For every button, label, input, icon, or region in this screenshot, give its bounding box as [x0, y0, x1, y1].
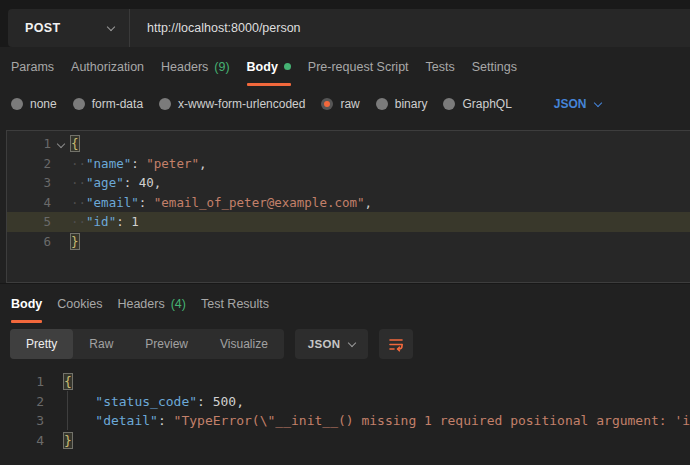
- response-tab-test-results[interactable]: Test Results: [201, 284, 269, 323]
- code-text[interactable]: {: [71, 134, 690, 154]
- body-mode-raw[interactable]: raw: [321, 97, 359, 111]
- token-punc: :: [139, 195, 154, 210]
- token-brace: }: [64, 433, 72, 448]
- code-text[interactable]: ··"email": "email_of_peter@example.com",: [71, 193, 690, 213]
- raw-language-select[interactable]: JSON: [554, 97, 601, 111]
- fold-chevron-icon[interactable]: [51, 134, 71, 154]
- response-tab-body[interactable]: Body: [11, 284, 42, 323]
- code-line[interactable]: 5··"id": 1: [7, 212, 690, 232]
- view-mode-switch: Pretty Raw Preview Visualize: [10, 329, 284, 359]
- body-mode-graphql[interactable]: GraphQL: [443, 97, 511, 111]
- token-brace: {: [64, 374, 72, 389]
- tab-label: Test Results: [201, 297, 269, 311]
- tab-authorization[interactable]: Authorization: [71, 47, 144, 86]
- url-input[interactable]: http://localhost:8000/person: [130, 9, 690, 47]
- tab-headers[interactable]: Headers(9): [161, 47, 230, 86]
- tab-label: Settings: [472, 60, 517, 74]
- code-text[interactable]: ··"age": 40,: [71, 173, 690, 193]
- radio-icon: [443, 98, 455, 110]
- line-number: 4: [0, 431, 44, 451]
- tab-pre-request-script[interactable]: Pre-request Script: [308, 47, 409, 86]
- radio-icon: [11, 98, 23, 110]
- tab-label: Body: [247, 60, 278, 74]
- code-line[interactable]: 6}: [7, 232, 690, 252]
- response-body-editor[interactable]: 1{2 "status_code": 500,3 "detail": "Type…: [0, 365, 690, 450]
- body-mode-form-data[interactable]: form-data: [73, 97, 143, 111]
- method-label: POST: [25, 21, 61, 35]
- token-punc: [64, 394, 95, 409]
- line-number: 3: [0, 411, 44, 431]
- token-punc: ,: [365, 195, 373, 210]
- request-url-row: POST http://localhost:8000/person: [0, 0, 690, 47]
- token-num: 1: [131, 214, 139, 229]
- request-tabs: Params Authorization Headers(9) Body Pre…: [0, 47, 690, 86]
- response-section: Body Cookies Headers(4) Test Results Pre…: [0, 283, 690, 450]
- code-line[interactable]: 2··"name": "peter",: [7, 154, 690, 174]
- token-str: "TypeError(\"__init__() missing 1 requir…: [174, 413, 690, 428]
- code-line[interactable]: 1{: [7, 134, 690, 154]
- radio-icon: [376, 98, 388, 110]
- response-language-select[interactable]: JSON: [295, 329, 369, 359]
- wrap-text-icon: [387, 335, 405, 354]
- code-text[interactable]: ··"name": "peter",: [71, 154, 690, 174]
- view-mode-pretty[interactable]: Pretty: [10, 329, 73, 359]
- wrap-text-button[interactable]: [379, 329, 413, 359]
- token-key: "name": [86, 156, 131, 171]
- token-num: 500: [213, 394, 236, 409]
- line-number: 2: [7, 154, 51, 174]
- code-line[interactable]: 3··"age": 40,: [7, 173, 690, 193]
- code-line[interactable]: 3 "detail": "TypeError(\"__init__() miss…: [0, 411, 690, 431]
- fold-gutter: [51, 212, 71, 232]
- method-dropdown[interactable]: POST: [8, 9, 129, 47]
- code-line[interactable]: 4}: [0, 431, 690, 451]
- view-mode-preview[interactable]: Preview: [129, 329, 204, 359]
- code-text[interactable]: }: [64, 431, 690, 451]
- tab-body[interactable]: Body: [247, 47, 291, 86]
- body-mode-none[interactable]: none: [11, 97, 57, 111]
- fold-gutter: [44, 411, 64, 431]
- fold-gutter: [51, 232, 71, 252]
- radio-selected-icon: [321, 98, 333, 110]
- code-text[interactable]: "status_code": 500,: [64, 392, 690, 412]
- tab-label: Tests: [426, 60, 455, 74]
- token-dots: ··: [71, 195, 86, 210]
- tab-settings[interactable]: Settings: [472, 47, 517, 86]
- token-brace: {: [71, 136, 79, 151]
- response-tab-headers[interactable]: Headers(4): [117, 284, 186, 323]
- token-str: "peter": [146, 156, 199, 171]
- code-line[interactable]: 4··"email": "email_of_peter@example.com"…: [7, 193, 690, 213]
- view-mode-visualize[interactable]: Visualize: [204, 329, 284, 359]
- unsaved-dot-icon: [284, 63, 291, 70]
- tab-tests[interactable]: Tests: [426, 47, 455, 86]
- token-punc: :: [158, 413, 174, 428]
- token-key: "status_code": [95, 394, 197, 409]
- body-mode-x-www-form-urlencoded[interactable]: x-www-form-urlencoded: [159, 97, 305, 111]
- token-punc: :: [197, 394, 213, 409]
- tab-count: (9): [214, 60, 229, 74]
- line-number: 2: [0, 392, 44, 412]
- token-punc: :: [116, 214, 131, 229]
- code-text[interactable]: "detail": "TypeError(\"__init__() missin…: [64, 411, 690, 431]
- token-key: "id": [86, 214, 116, 229]
- code-line[interactable]: 1{: [0, 372, 690, 392]
- fold-gutter: [51, 154, 71, 174]
- code-text[interactable]: {: [64, 372, 690, 392]
- token-key: "age": [86, 175, 124, 190]
- tab-params[interactable]: Params: [11, 47, 54, 86]
- code-text[interactable]: ··"id": 1: [71, 212, 690, 232]
- token-punc: :: [124, 175, 139, 190]
- code-text[interactable]: }: [71, 232, 690, 252]
- view-mode-raw[interactable]: Raw: [73, 329, 129, 359]
- indent-guide-line: [67, 391, 68, 430]
- tab-label: Body: [11, 297, 42, 311]
- chevron-down-icon: [348, 338, 356, 346]
- request-body-editor[interactable]: 1{2··"name": "peter",3··"age": 40,4··"em…: [6, 130, 690, 283]
- token-brace: }: [71, 234, 79, 249]
- token-key: "email": [86, 195, 139, 210]
- body-mode-binary[interactable]: binary: [376, 97, 428, 111]
- line-number: 3: [7, 173, 51, 193]
- response-tab-cookies[interactable]: Cookies: [57, 284, 102, 323]
- code-line[interactable]: 2 "status_code": 500,: [0, 392, 690, 412]
- fold-gutter: [44, 372, 64, 392]
- url-bar: POST http://localhost:8000/person: [8, 9, 690, 47]
